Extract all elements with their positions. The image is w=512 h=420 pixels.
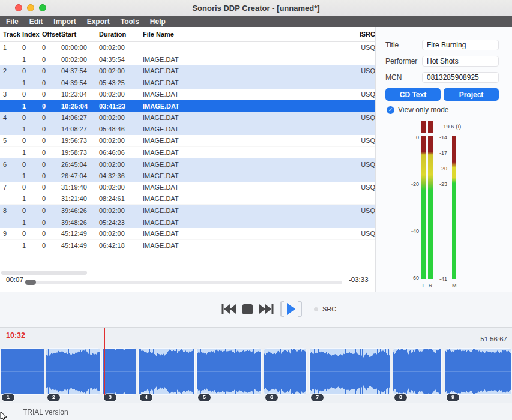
cell-index: 1 [22,242,42,249]
table-row[interactable]: 30010:23:0400:02:00IMAGE.DATUSQ [0,89,375,100]
title-input[interactable] [422,40,499,50]
mcn-input[interactable] [422,72,499,83]
cell-isrc: USQ [357,161,375,168]
menu-file[interactable]: File [6,16,19,27]
menu-edit[interactable]: Edit [29,16,43,27]
table-row[interactable]: 1039:48:2605:24:23IMAGE.DAT [0,217,375,228]
table-row[interactable]: 20004:37:5400:02:00IMAGE.DATUSQ [0,65,375,77]
elapsed-time-label: 00:07 [6,276,23,283]
lr-scale-tick: 0 [400,133,419,142]
cell-index: 0 [22,114,42,121]
playhead-cursor[interactable] [104,328,105,395]
table-row[interactable]: 1004:39:5405:43:25IMAGE.DAT [0,77,375,88]
src-toggle[interactable]: SRC [314,305,336,313]
table-row[interactable]: 1010:25:0403:41:23IMAGE.DAT [0,100,375,112]
track-marker-8[interactable]: 8 [394,394,407,401]
cell-start: 26:45:04 [61,161,99,168]
playhead-time-label: 10:32 [6,331,25,340]
lr-scale-tick: -20 [400,180,419,188]
menu-help[interactable]: Help [150,16,166,27]
main-area: TrackIndexOffsetStartDurationFile NameIS… [0,27,512,292]
skip-forward-button[interactable] [259,304,274,314]
cell-duration: 00:02:00 [99,44,143,51]
table-row[interactable]: 50019:56:7300:02:00IMAGE.DATUSQ [0,135,375,146]
table-row[interactable]: 1031:21:4008:24:61IMAGE.DAT [0,193,375,205]
track-marker-5[interactable]: 5 [198,394,211,401]
track-marker-1[interactable]: 1 [2,394,14,401]
track-marker-2[interactable]: 2 [47,394,60,401]
cell-file: IMAGE.DAT [143,67,357,74]
table-row[interactable]: 1019:58:7306:46:06IMAGE.DAT [0,147,375,158]
view-only-checkbox[interactable]: ✓ [387,106,394,114]
waveform-display[interactable] [0,348,512,395]
cell-isrc: USQ [357,67,375,74]
track-marker-6[interactable]: 6 [265,394,278,401]
track-marker-7[interactable]: 7 [311,394,324,401]
cell-offset: 0 [42,172,61,179]
cell-duration: 05:43:25 [99,79,143,86]
table-row[interactable]: 70031:19:4000:02:00IMAGE.DATUSQ [0,182,375,193]
cell-index: 1 [22,149,42,156]
stop-button[interactable] [242,304,253,314]
cell-index: 0 [22,137,42,144]
table-row[interactable]: 1014:08:2705:48:46IMAGE.DAT [0,124,375,135]
column-header-file-name: File Name [143,31,357,38]
menu-import[interactable]: Import [53,16,76,27]
cell-duration: 00:02:00 [99,67,143,74]
track-marker-9[interactable]: 9 [447,394,459,401]
cd-text-button[interactable]: CD Text [385,88,441,101]
table-row[interactable]: 60026:45:0400:02:00IMAGE.DATUSQ [0,158,375,170]
cell-file: IMAGE.DAT [143,230,357,237]
table-header-row: TrackIndexOffsetStartDurationFile NameIS… [0,27,375,42]
track-marker-4[interactable]: 4 [140,394,152,401]
table-row[interactable]: 80039:46:2600:02:00IMAGE.DATUSQ [0,205,375,216]
cell-duration: 00:02:00 [99,91,143,98]
cell-duration: 06:42:18 [99,242,143,249]
cell-track: 7 [3,184,22,191]
skip-back-button[interactable] [221,304,236,314]
seek-slider-handle[interactable] [25,280,36,285]
cell-isrc: USQ [357,207,375,214]
m-scale-tick: -20 [430,164,447,173]
horizontal-scrollbar[interactable] [1,271,87,275]
table-row[interactable]: 90045:12:4900:02:00IMAGE.DATUSQ [0,228,375,239]
right-meter-overload [428,121,433,133]
cell-index: 1 [22,172,42,179]
menu-tools[interactable]: Tools [121,16,139,27]
seek-slider-track[interactable] [25,281,342,284]
cell-offset: 0 [42,149,61,156]
loudness-meter-bar [452,136,456,279]
cell-file: IMAGE.DAT [143,91,357,98]
table-row[interactable]: 40014:06:2700:02:00IMAGE.DATUSQ [0,112,375,123]
menubar-items: FileEditImportExportToolsHelp [0,16,512,27]
cell-start: 19:58:73 [61,149,99,156]
cell-track: 3 [3,91,22,98]
project-button[interactable]: Project [444,88,499,101]
src-led-icon [314,307,318,311]
table-row[interactable]: 1000:02:0004:35:54IMAGE.DAT [0,53,375,65]
focus-bracket-left [280,301,284,317]
play-button[interactable] [280,301,302,317]
cell-track: 1 [3,44,22,51]
stop-icon [242,304,253,314]
track-marker-3[interactable]: 3 [104,394,116,401]
titlebar: Sonoris DDP Creator - [unnamed*] [0,0,512,16]
performer-input[interactable] [422,56,499,67]
table-row[interactable]: 1045:14:4906:42:18IMAGE.DAT [0,240,375,251]
cell-offset: 0 [42,207,61,214]
cell-duration: 08:24:61 [99,195,143,202]
cell-file: IMAGE.DAT [143,114,357,121]
timeline-panel: 10:32 51:56:67 123456789 [0,327,512,403]
table-row[interactable]: 1026:47:0404:32:36IMAGE.DAT [0,170,375,181]
cell-index: 1 [22,125,42,133]
table-row[interactable]: 10000:00:0000:02:00USQ [0,42,375,53]
menu-export[interactable]: Export [87,16,110,27]
trial-version-label: TRIAL version [23,408,68,416]
m-scale-tick: -41 [430,275,447,283]
cell-duration: 00:02:00 [99,230,143,237]
cell-start: 04:39:54 [61,79,99,86]
cell-file: IMAGE.DAT [143,149,357,156]
total-time-label: 51:56:67 [480,335,507,343]
cell-start: 10:25:04 [61,103,99,110]
cell-start: 10:23:04 [61,91,99,98]
